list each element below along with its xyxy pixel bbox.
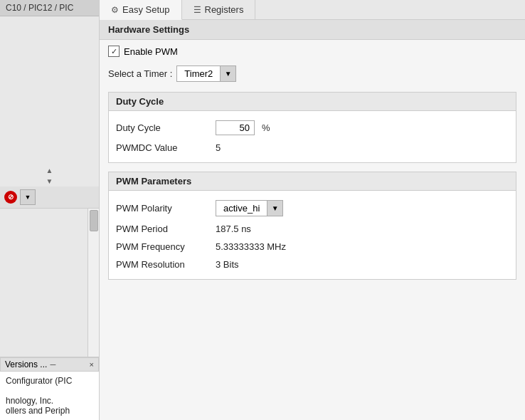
control-bar: ⊘ ▼ [0,187,99,209]
duty-cycle-panel-header: Duty Cycle [109,93,516,111]
polarity-dropdown-value: active_hi [216,201,267,216]
polarity-dropdown[interactable]: active_hi ▼ [216,200,283,216]
bottom-line-3: hnology, Inc. [6,396,93,406]
registers-icon: ☰ [193,5,201,15]
pwmdc-value: 5 [216,142,221,153]
pwm-polarity-row: PWM Polarity active_hi ▼ [116,196,509,220]
easy-setup-icon: ⚙ [111,5,119,15]
timer-dropdown-value: Timer2 [177,66,220,81]
sidebar-spacer [0,16,99,165]
tabs-bar: ⚙ Easy Setup ☰ Registers [100,0,525,20]
scroll-down-arrow[interactable]: ▼ [0,176,99,187]
versions-close-button[interactable]: × [90,360,94,369]
enable-pwm-row: ✓ Enable PWM [100,40,525,63]
timer-dropdown-arrow[interactable]: ▼ [220,66,235,81]
hardware-settings-header: Hardware Settings [100,20,525,40]
duty-cycle-input[interactable] [216,120,255,135]
pwm-frequency-value: 5.33333333 MHz [216,241,286,252]
tab-registers-label: Registers [205,4,244,15]
timer-select-row: Select a Timer : Timer2 ▼ [100,63,525,88]
bottom-line-2 [6,386,93,396]
pwm-parameters-panel: PWM Parameters PWM Polarity active_hi ▼ … [108,172,516,280]
scrollbar-thumb[interactable] [90,210,98,231]
control-dropdown-button[interactable]: ▼ [20,189,36,205]
pwm-polarity-label: PWM Polarity [116,203,208,214]
enable-pwm-label: Enable PWM [124,46,178,57]
polarity-dropdown-arrow[interactable]: ▼ [267,201,282,216]
sidebar-main-area [0,209,88,357]
sidebar: C10 / PIC12 / PIC ▲ ▼ ⊘ ▼ Versions ... ─… [0,0,100,420]
duty-cycle-panel-content: Duty Cycle % PWMDC Value 5 [109,111,516,162]
pwm-frequency-row: PWM Frequency 5.33333333 MHz [116,238,509,256]
enable-pwm-checkbox[interactable]: ✓ [108,46,120,57]
pwm-resolution-label: PWM Resolution [116,259,208,270]
versions-bar[interactable]: Versions ... ─ × [0,357,99,372]
duty-cycle-panel: Duty Cycle Duty Cycle % PWMDC Value 5 [108,92,516,163]
pwm-period-label: PWM Period [116,224,208,234]
duty-cycle-unit: % [262,122,270,133]
pwmdc-row: PWMDC Value 5 [116,139,509,157]
select-timer-label: Select a Timer : [108,68,172,79]
bottom-line-1: Configurator (PIC [6,376,93,386]
scroll-up-arrow[interactable]: ▲ [0,165,99,176]
control-stop-icon: ⊘ [4,191,17,204]
duty-cycle-row: Duty Cycle % [116,117,509,139]
tab-easy-setup[interactable]: ⚙ Easy Setup [100,0,182,20]
pwm-period-value: 187.5 ns [216,224,251,234]
versions-label: Versions ... [5,359,47,369]
pwmdc-label: PWMDC Value [116,142,208,153]
duty-cycle-label: Duty Cycle [116,122,208,133]
timer-dropdown[interactable]: Timer2 ▼ [176,65,236,82]
tab-easy-setup-label: Easy Setup [122,4,170,15]
main-content: ⚙ Easy Setup ☰ Registers Hardware Settin… [100,0,525,420]
pwm-resolution-value: 3 Bits [216,259,239,270]
sidebar-bottom: Versions ... ─ × Configurator (PIC hnolo… [0,357,99,420]
pwm-resolution-row: PWM Resolution 3 Bits [116,256,509,273]
sidebar-header: C10 / PIC12 / PIC [0,0,99,16]
bottom-text-area: Configurator (PIC hnology, Inc. ollers a… [0,372,99,420]
pwm-parameters-header: PWM Parameters [109,172,516,191]
tab-registers[interactable]: ☰ Registers [182,0,256,19]
bottom-line-4: ollers and Periph [6,406,93,416]
enable-pwm-checkbox-wrapper: ✓ Enable PWM [108,46,178,57]
pwm-parameters-content: PWM Polarity active_hi ▼ PWM Period 187.… [109,191,516,279]
pwm-frequency-label: PWM Frequency [116,241,208,252]
minimize-button[interactable]: ─ [50,360,55,369]
pwm-period-row: PWM Period 187.5 ns [116,220,509,238]
scrollbar-track [88,209,99,357]
